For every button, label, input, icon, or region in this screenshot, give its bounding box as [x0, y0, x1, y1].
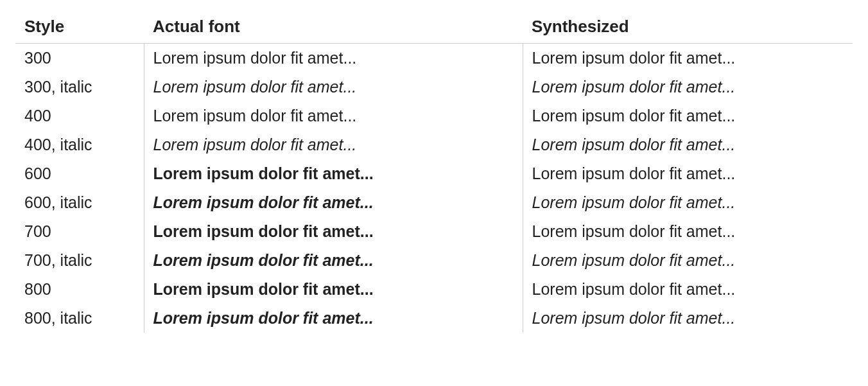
actual-sample: Lorem ipsum dolor fit amet...	[144, 217, 523, 246]
header-style: Style	[15, 13, 144, 44]
synthesized-sample: Lorem ipsum dolor fit amet...	[523, 246, 853, 275]
actual-sample: Lorem ipsum dolor fit amet...	[144, 275, 523, 304]
synthesized-sample: Lorem ipsum dolor fit amet...	[523, 217, 853, 246]
table-row: 700 Lorem ipsum dolor fit amet... Lorem …	[15, 217, 853, 246]
font-comparison-table: Style Actual font Synthesized 300 Lorem …	[15, 13, 853, 333]
style-label: 400, italic	[15, 130, 144, 159]
actual-sample: Lorem ipsum dolor fit amet...	[144, 130, 523, 159]
header-synthesized: Synthesized	[523, 13, 853, 44]
style-label: 600	[15, 159, 144, 188]
table-row: 300, italic Lorem ipsum dolor fit amet..…	[15, 73, 853, 101]
table-row: 400 Lorem ipsum dolor fit amet... Lorem …	[15, 101, 853, 130]
table-row: 700, italic Lorem ipsum dolor fit amet..…	[15, 246, 853, 275]
synthesized-sample: Lorem ipsum dolor fit amet...	[523, 44, 853, 73]
style-label: 300, italic	[15, 73, 144, 101]
style-label: 800	[15, 275, 144, 304]
synthesized-sample: Lorem ipsum dolor fit amet...	[523, 101, 853, 130]
style-label: 300	[15, 44, 144, 73]
synthesized-sample: Lorem ipsum dolor fit amet...	[523, 159, 853, 188]
style-label: 600, italic	[15, 188, 144, 217]
actual-sample: Lorem ipsum dolor fit amet...	[144, 101, 523, 130]
style-label: 700, italic	[15, 246, 144, 275]
synthesized-sample: Lorem ipsum dolor fit amet...	[523, 275, 853, 304]
table-row: 800 Lorem ipsum dolor fit amet... Lorem …	[15, 275, 853, 304]
synthesized-sample: Lorem ipsum dolor fit amet...	[523, 130, 853, 159]
table-row: 400, italic Lorem ipsum dolor fit amet..…	[15, 130, 853, 159]
actual-sample: Lorem ipsum dolor fit amet...	[144, 159, 523, 188]
table-row: 600, italic Lorem ipsum dolor fit amet..…	[15, 188, 853, 217]
actual-sample: Lorem ipsum dolor fit amet...	[144, 73, 523, 101]
synthesized-sample: Lorem ipsum dolor fit amet...	[523, 304, 853, 333]
style-label: 700	[15, 217, 144, 246]
synthesized-sample: Lorem ipsum dolor fit amet...	[523, 188, 853, 217]
table-header-row: Style Actual font Synthesized	[15, 13, 853, 44]
style-label: 400	[15, 101, 144, 130]
actual-sample: Lorem ipsum dolor fit amet...	[144, 44, 523, 73]
synthesized-sample: Lorem ipsum dolor fit amet...	[523, 73, 853, 101]
header-actual: Actual font	[144, 13, 523, 44]
table-row: 800, italic Lorem ipsum dolor fit amet..…	[15, 304, 853, 333]
table-row: 600 Lorem ipsum dolor fit amet... Lorem …	[15, 159, 853, 188]
actual-sample: Lorem ipsum dolor fit amet...	[144, 304, 523, 333]
table-row: 300 Lorem ipsum dolor fit amet... Lorem …	[15, 44, 853, 73]
style-label: 800, italic	[15, 304, 144, 333]
actual-sample: Lorem ipsum dolor fit amet...	[144, 246, 523, 275]
actual-sample: Lorem ipsum dolor fit amet...	[144, 188, 523, 217]
